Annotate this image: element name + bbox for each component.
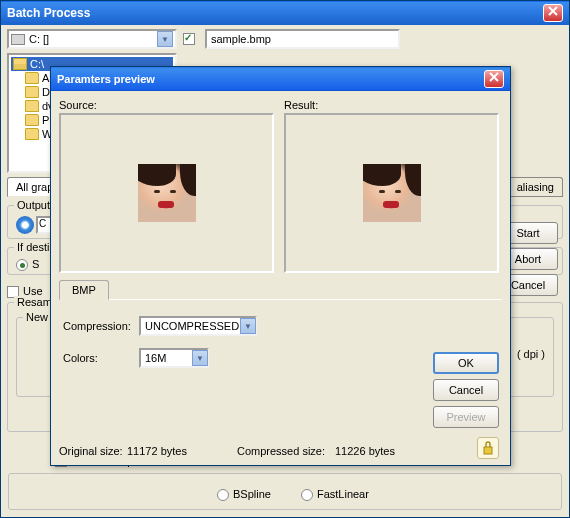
tab-bmp[interactable]: BMP	[59, 280, 109, 300]
folder-icon	[25, 128, 39, 140]
destination-radio[interactable]	[16, 259, 28, 271]
folder-open-icon	[13, 58, 27, 70]
arrow-right-icon	[16, 216, 34, 234]
original-size-value: 11172 bytes	[127, 445, 237, 457]
dialog-close-button[interactable]	[484, 70, 504, 88]
result-pane: Result:	[284, 99, 499, 273]
drive-icon	[11, 34, 25, 45]
source-image	[138, 164, 196, 222]
result-label: Result:	[284, 99, 499, 111]
colors-select[interactable]: 16M ▼	[139, 348, 209, 368]
sample-input[interactable]: sample.bmp	[205, 29, 400, 49]
chevron-down-icon: ▼	[192, 350, 208, 366]
sample-checkbox[interactable]	[183, 33, 195, 45]
filter-options: BSpline FastLinear	[8, 473, 562, 510]
resampling-legend: Resam	[14, 296, 55, 308]
folder-icon	[25, 86, 39, 98]
dialog-titlebar: Paramters preview	[51, 67, 510, 91]
compressed-size-value: 11226 bytes	[335, 445, 395, 457]
fastlinear-radio[interactable]	[301, 489, 313, 501]
folder-icon	[25, 100, 39, 112]
result-preview	[284, 113, 499, 273]
main-titlebar: Batch Process	[1, 1, 569, 25]
main-close-button[interactable]	[543, 4, 563, 22]
compression-label: Compression:	[63, 320, 139, 332]
source-pane: Source:	[59, 99, 274, 273]
compression-select[interactable]: UNCOMPRESSED ▼	[139, 316, 257, 336]
drive-select[interactable]: C: [] ▼	[7, 29, 177, 49]
compressed-size-label: Compressed size:	[237, 445, 335, 457]
bspline-radio[interactable]	[217, 489, 229, 501]
cancel-button[interactable]: Cancel	[433, 379, 499, 401]
preview-button[interactable]: Preview	[433, 406, 499, 428]
folder-icon	[25, 72, 39, 84]
tab-aliasing[interactable]: aliasing	[508, 177, 563, 196]
parameters-preview-dialog: Paramters preview Source: Result: BMP	[50, 66, 511, 466]
source-label: Source:	[59, 99, 274, 111]
format-tabs: BMP	[59, 279, 502, 300]
dialog-title: Paramters preview	[57, 73, 155, 85]
chevron-down-icon: ▼	[240, 318, 256, 334]
main-title: Batch Process	[7, 6, 90, 20]
original-size-label: Original size:	[59, 445, 127, 457]
dpi-label: ( dpi )	[517, 348, 545, 360]
ok-button[interactable]: OK	[433, 352, 499, 374]
result-image	[363, 164, 421, 222]
drive-label: C: []	[29, 33, 49, 45]
colors-label: Colors:	[63, 352, 139, 364]
fastlinear-label: FastLinear	[317, 488, 369, 500]
new-legend: New	[23, 311, 51, 323]
source-preview	[59, 113, 274, 273]
folder-icon	[25, 114, 39, 126]
bspline-label: BSpline	[233, 488, 271, 500]
chevron-down-icon: ▼	[157, 31, 173, 47]
